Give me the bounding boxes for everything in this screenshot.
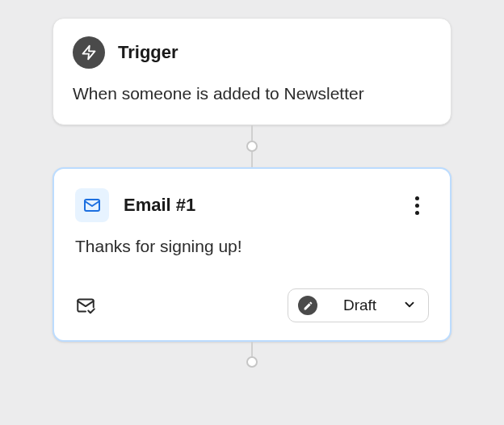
trigger-description: When someone is added to Newsletter	[73, 82, 431, 105]
connector-bottom	[251, 342, 253, 366]
svg-marker-0	[83, 46, 95, 60]
lightning-icon	[73, 36, 105, 69]
connector-node-icon	[246, 356, 258, 368]
email-description: Thanks for signing up!	[75, 237, 429, 256]
email-card[interactable]: Email #1 Thanks for signing up! Draft	[52, 167, 452, 342]
trigger-title: Trigger	[118, 42, 178, 63]
trigger-card[interactable]: Trigger When someone is added to Newslet…	[52, 18, 452, 125]
email-check-icon	[75, 295, 96, 316]
email-header-left: Email #1	[75, 188, 195, 222]
email-card-header: Email #1	[75, 188, 429, 222]
connector	[251, 125, 253, 167]
envelope-icon	[75, 188, 109, 222]
status-label: Draft	[327, 297, 393, 314]
more-options-button[interactable]	[405, 193, 429, 217]
dots-vertical-icon	[415, 196, 419, 200]
email-footer: Draft	[75, 288, 429, 322]
trigger-card-header: Trigger	[73, 36, 431, 69]
chevron-down-icon	[402, 297, 417, 314]
connector-node-icon	[246, 141, 258, 152]
email-title: Email #1	[124, 195, 195, 216]
status-dropdown[interactable]: Draft	[288, 288, 429, 322]
pencil-icon	[298, 296, 317, 315]
